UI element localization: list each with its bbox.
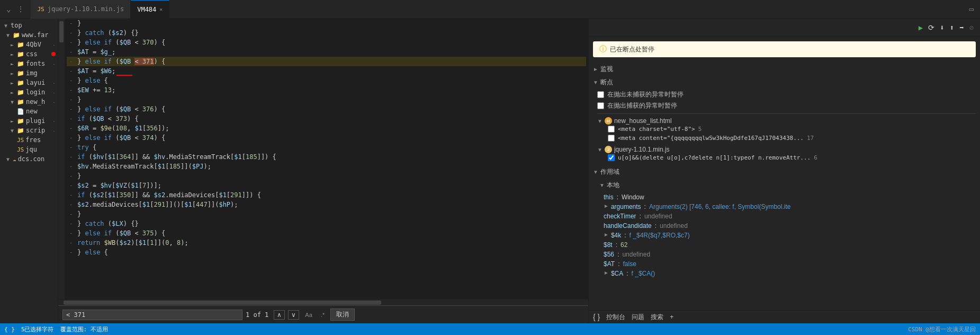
scope-item-4k[interactable]: ► $4k : f _$4R($q7,$RO,$c7): [604, 231, 976, 240]
tree-expand-4qbv: ►: [11, 42, 16, 48]
status-coverage: 覆盖范围: 不适用: [60, 325, 108, 333]
step-over-icon[interactable]: ⟳: [928, 23, 934, 32]
tab-vm484[interactable]: VM484 ✕: [131, 0, 169, 19]
status-bar-right: CSDN @想看一次满天星回: [908, 325, 976, 333]
tree-item-jqu[interactable]: JS jqu: [0, 145, 58, 154]
folder-icon-fonts: 📁: [17, 60, 24, 67]
toolbar-braces[interactable]: { }: [593, 313, 600, 321]
search-prev-button[interactable]: ∧: [274, 310, 285, 320]
tree-item-new[interactable]: 📄 new: [0, 107, 58, 116]
regex-toggle[interactable]: .*: [318, 311, 327, 319]
braces-icon: { }: [593, 313, 600, 321]
tree-expand-top: ▼: [4, 23, 10, 29]
tab-bar: ⌄ ⋮ JS jquery-1.10.1.min.js VM484 ✕ ▭: [0, 0, 980, 19]
bottom-toolbar: { } 控制台 问题 搜索 +: [589, 310, 980, 323]
deactivate-icon[interactable]: ⊘: [969, 23, 974, 32]
search-next-button[interactable]: ∨: [288, 310, 299, 320]
tree-item-layui[interactable]: ► 📁 layui -: [0, 78, 58, 87]
chevron-down-icon[interactable]: ⌄: [4, 4, 13, 14]
h-scroll-thumb: [64, 301, 381, 305]
tree-item-css[interactable]: ► 📁 css -: [0, 49, 58, 59]
status-bar: { } 5已选择字符 覆盖范围: 不适用 CSDN @想看一次满天星回: [0, 323, 980, 335]
search-cancel-button[interactable]: 取消: [330, 308, 355, 321]
tree-item-plugi[interactable]: ► 📁 plugi -: [0, 116, 58, 126]
folder-icon-css: 📁: [17, 51, 24, 58]
pause-banner: ⓘ 已在断点处暂停: [593, 41, 976, 57]
console-label: 控制台: [606, 313, 625, 322]
tree-expand-fonts: ►: [11, 61, 16, 67]
vertical-scrollbar[interactable]: [58, 19, 65, 299]
bp-file-header-newhouse[interactable]: ▼ H new_house_list.html: [597, 117, 976, 125]
scope-expand-arrow: ▼: [593, 169, 598, 175]
tree-item-fonts[interactable]: ► 📁 fonts -: [0, 59, 58, 68]
folder-icon-img: 📁: [17, 70, 24, 77]
tree-item-fres[interactable]: JS fres: [0, 135, 58, 145]
bp-checkbox-2[interactable]: [608, 135, 615, 142]
scope-label: 作用域: [600, 168, 619, 177]
file-icon-jqu: JS: [17, 146, 24, 153]
arguments-expand[interactable]: ►: [604, 203, 609, 209]
tab-jquery-label: jquery-1.10.1.min.js: [48, 5, 124, 13]
tree-item-newh[interactable]: ▼ 📁 new_h -: [0, 97, 58, 107]
file-tree: ▼ top ▼ 📁 www.far ► 📁 4QbV - ► 📁 css -: [0, 19, 58, 323]
resume-icon[interactable]: ▶: [919, 23, 923, 32]
step-out-icon[interactable]: ⬆: [950, 23, 954, 32]
section-monitor[interactable]: ► 监视: [593, 64, 976, 75]
folder-icon-4qbv: 📁: [17, 41, 24, 48]
toolbar-search[interactable]: 搜索: [651, 313, 663, 322]
csdn-watermark: CSDN @想看一次满天星回: [908, 326, 976, 333]
debug-panel: ▶ ⟳ ⬇ ⬆ ➡ ⊘ ⓘ 已在断点处暂停 ► 监视 ▼ 断点: [588, 19, 980, 323]
4k-expand[interactable]: ►: [604, 232, 609, 237]
catch-caught-input[interactable]: [597, 102, 604, 109]
horizontal-scrollbar[interactable]: [58, 299, 588, 305]
toolbar-add[interactable]: +: [670, 313, 673, 321]
step-long-icon[interactable]: ➡: [959, 23, 964, 32]
code-line-21: - }: [67, 209, 586, 219]
tab-jquery[interactable]: JS jquery-1.10.1.min.js: [31, 0, 131, 19]
file-icon-fres: JS: [17, 137, 24, 144]
section-local[interactable]: ▼ 本地: [599, 180, 976, 191]
code-line-19: - if ($s2[$1[350]] && $s2.mediaDevices[$…: [67, 190, 586, 200]
catch-uncaught-checkbox[interactable]: 在抛出未捕获的异常时暂停: [597, 90, 976, 99]
step-into-icon[interactable]: ⬇: [940, 23, 944, 32]
scope-item-arguments[interactable]: ► arguments : Arguments(2) [746, 6, call…: [604, 202, 976, 211]
tree-expand-dcscon: ▼: [6, 156, 12, 162]
tab-vm484-close[interactable]: ✕: [159, 6, 163, 12]
bp-checkbox-1[interactable]: [608, 126, 615, 133]
code-container[interactable]: - } - } catch ($s2) {} - } else if ($QB …: [58, 19, 588, 299]
bp-file-header-jquery[interactable]: ▼ J jquery-1.10.1.min.js: [597, 146, 976, 153]
tree-item-scrip[interactable]: ▼ 📁 scrip -: [0, 126, 58, 135]
tree-expand-scrip: ▼: [11, 128, 16, 134]
match-case-toggle[interactable]: Aa: [302, 311, 314, 319]
section-scope[interactable]: ▼ 作用域: [593, 166, 976, 178]
more-icon[interactable]: ⋮: [15, 4, 26, 14]
code-line-15: - if ($hv[$1[364]] && $hv.MediaStreamTra…: [67, 152, 586, 162]
scope-item-this: this : Window: [604, 193, 976, 201]
folder-icon-plugi: 📁: [17, 118, 24, 125]
code-line-12: - $6R = $9e(108, $1[356]);: [67, 124, 586, 133]
tree-item-top[interactable]: ▼ top: [0, 21, 58, 30]
scope-item-ca[interactable]: ► $CA : f _$CA(): [604, 269, 976, 278]
split-editor-icon[interactable]: ▭: [967, 4, 976, 14]
ca-expand[interactable]: ►: [604, 270, 609, 276]
tree-item-dcscon[interactable]: ▼ ☁ dcs.con: [0, 154, 58, 164]
tree-item-4qbv[interactable]: ► 📁 4QbV -: [0, 40, 58, 49]
code-line-25: - } else {: [67, 248, 586, 257]
folder-icon-wwwfar: 📁: [13, 32, 20, 39]
toolbar-issues[interactable]: 问题: [632, 313, 644, 322]
tab-vm484-label: VM484: [137, 6, 156, 13]
search-bar: 1 of 1 ∧ ∨ Aa .* 取消: [58, 305, 588, 323]
breakpoints-body: 在抛出未捕获的异常时暂停 在抛出捕获的异常时暂停 ▼ H new_house_l…: [597, 90, 976, 162]
scope-item-checktimer: checkTimer : undefined: [604, 212, 976, 221]
search-input[interactable]: [62, 310, 242, 320]
tree-item-wwwfar[interactable]: ▼ 📁 www.far: [0, 30, 58, 40]
toolbar-console[interactable]: 控制台: [606, 313, 625, 322]
bp-file-icon-jquery: J: [605, 146, 612, 153]
tree-item-img[interactable]: ► 📁 img: [0, 68, 58, 78]
bp-checkbox-3[interactable]: [608, 154, 615, 161]
catch-caught-checkbox[interactable]: 在抛出捕获的异常时暂停: [597, 101, 976, 110]
code-line-20: - $s2.mediaDevices[$1[291]]()[$1[447]]($…: [67, 200, 586, 209]
catch-uncaught-input[interactable]: [597, 91, 604, 98]
section-breakpoints[interactable]: ▼ 断点: [593, 77, 976, 88]
tree-item-login[interactable]: ► 📁 login -: [0, 87, 58, 97]
